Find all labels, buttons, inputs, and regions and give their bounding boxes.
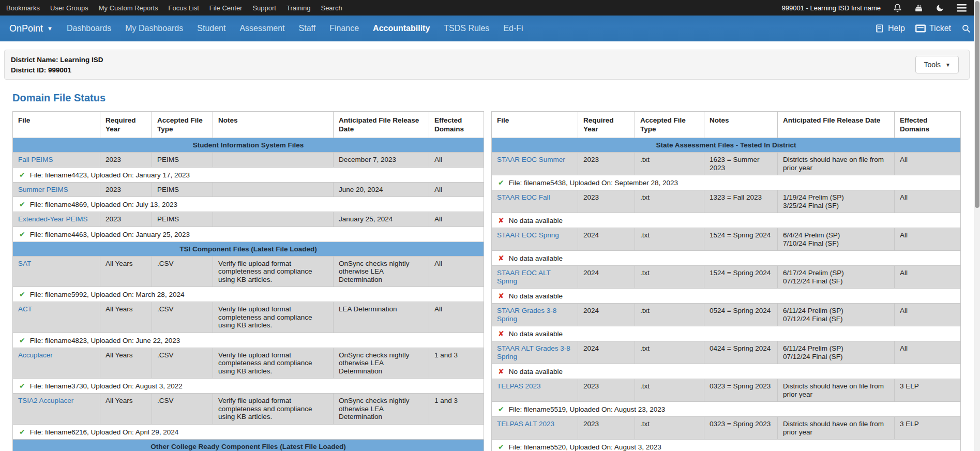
file-cell: TSIA2 Accuplacer (13, 394, 100, 425)
main-nav-bar: OnPoint ▼ DashboardsMy DashboardsStudent… (0, 16, 980, 41)
nav-item-assessment[interactable]: Assessment (239, 24, 284, 33)
nav-item-tsds-rules[interactable]: TSDS Rules (444, 24, 489, 33)
file-row: SATAll Years.CSVVerify file upload forma… (13, 256, 484, 287)
required-year-cell: All Years (100, 302, 152, 333)
release-date-cell: OnSync checks nightly otherwise LEA Dete… (334, 348, 429, 379)
required-year-cell: 2024 (578, 228, 635, 251)
status-cell: ✔File: filename4423, Uploaded On: Januar… (13, 167, 484, 182)
file-link[interactable]: STAAR EOC Summer (497, 156, 565, 163)
x-icon: ✘ (498, 292, 504, 300)
utility-menu-item-focus-list[interactable]: Focus List (169, 4, 199, 12)
section-header-label: Student Information System Files (13, 138, 484, 153)
file-link[interactable]: STAAR EOC ALT Spring (497, 269, 551, 285)
file-link[interactable]: STAAR Grades 3-8 Spring (497, 307, 556, 323)
domains-cell: All (429, 212, 484, 227)
ticket-button[interactable]: Ticket (915, 24, 951, 33)
notes-cell: 0323 = Spring 2023 (704, 417, 778, 440)
domains-cell: All (429, 302, 484, 333)
domains-cell: All (429, 182, 484, 197)
nav-item-finance[interactable]: Finance (329, 24, 359, 33)
notes-cell: Verify file upload format completeness a… (213, 348, 334, 379)
status-text: File: filename5520, Uploaded On: August … (509, 443, 661, 451)
utility-menu-item-user-groups[interactable]: User Groups (50, 4, 88, 12)
domains-cell: 3 ELP (895, 379, 961, 402)
table-header-row: FileRequired YearAccepted File TypeNotes… (492, 112, 961, 138)
utility-menu-item-support[interactable]: Support (252, 4, 276, 12)
file-type-cell: .CSV (152, 348, 213, 379)
column-header-anticipated-file-release-date: Anticipated File Release Date (778, 112, 895, 138)
search-icon[interactable] (961, 24, 971, 33)
file-link[interactable]: STAAR EOC Spring (497, 231, 559, 239)
status-text: File: filename5992, Uploaded On: March 2… (30, 291, 185, 298)
status-row: ✔File: filename4823, Uploaded On: June 2… (13, 333, 484, 348)
file-link[interactable]: Summer PEIMS (18, 186, 68, 193)
file-link[interactable]: STAAR EOC Fall (497, 193, 550, 201)
column-header-required-year: Required Year (578, 112, 635, 138)
file-link[interactable]: Fall PEIMS (18, 156, 53, 163)
file-row: STAAR EOC Fall2023.txt1323 = Fall 20231/… (492, 190, 961, 213)
file-type-cell: .txt (635, 190, 704, 213)
column-header-effected-domains: Effected Domains (895, 112, 961, 138)
section-header-row: Student Information System Files (13, 138, 484, 153)
column-header-effected-domains: Effected Domains (429, 112, 484, 138)
ticket-label: Ticket (929, 24, 951, 33)
file-link[interactable]: TSIA2 Accuplacer (18, 397, 73, 404)
file-link[interactable]: SAT (18, 260, 31, 267)
status-row: ✔File: filename6216, Uploaded On: April … (13, 424, 484, 439)
moon-icon[interactable] (936, 4, 944, 12)
domain-file-status-table-left: FileRequired YearAccepted File TypeNotes… (12, 111, 484, 451)
domains-cell: All (895, 304, 961, 326)
status-text: File: filename6216, Uploaded On: April 2… (30, 428, 178, 436)
nav-item-ed-fi[interactable]: Ed-Fi (503, 24, 523, 33)
brand-onpoint-dropdown[interactable]: OnPoint ▼ (9, 23, 53, 34)
required-year-cell: 2023 (100, 153, 152, 168)
status-cell: ✔File: filename5992, Uploaded On: March … (13, 287, 484, 302)
file-link[interactable]: ACT (18, 305, 32, 313)
column-header-accepted-file-type: Accepted File Type (635, 112, 704, 138)
status-row: ✔File: filename5438, Uploaded On: Septem… (492, 175, 961, 190)
status-cell: ✔File: filename5519, Uploaded On: August… (492, 402, 961, 417)
utility-menu-item-training[interactable]: Training (287, 4, 310, 12)
utility-menu: BookmarksUser GroupsMy Custom ReportsFoc… (6, 4, 342, 12)
utility-menu-item-my-custom-reports[interactable]: My Custom Reports (99, 4, 158, 12)
utility-menu-item-bookmarks[interactable]: Bookmarks (6, 4, 40, 12)
utility-menu-item-search[interactable]: Search (321, 4, 342, 12)
file-type-cell: .CSV (152, 394, 213, 425)
status-cell: ✔File: filename3730, Uploaded On: August… (13, 379, 484, 394)
utility-menu-item-file-center[interactable]: File Center (209, 4, 243, 12)
required-year-cell: 2023 (100, 182, 152, 197)
status-text: File: filename3730, Uploaded On: August … (30, 382, 183, 390)
status-row: ✘No data available (492, 364, 961, 379)
help-button[interactable]: Help (875, 24, 905, 33)
release-date-cell: Districts should have on file from prior… (778, 153, 895, 175)
nav-item-my-dashboards[interactable]: My Dashboards (125, 24, 183, 33)
tools-button[interactable]: Tools ▼ (915, 56, 959, 73)
file-link[interactable]: Extended-Year PEIMS (18, 215, 88, 223)
domains-cell: 1 and 3 (429, 394, 484, 425)
status-cell: ✘No data available (492, 289, 961, 304)
status-cell: ✘No data available (492, 251, 961, 266)
nav-item-staff[interactable]: Staff (299, 24, 316, 33)
file-link[interactable]: TELPAS ALT 2023 (497, 420, 554, 428)
required-year-cell: 2024 (578, 266, 635, 289)
menu-icon[interactable] (957, 4, 967, 12)
scrollbar-thumb[interactable] (975, 1, 979, 208)
file-type-cell: .txt (635, 228, 704, 251)
file-link[interactable]: TELPAS 2023 (497, 382, 541, 390)
nav-item-dashboards[interactable]: Dashboards (67, 24, 111, 33)
column-header-required-year: Required Year (100, 112, 152, 138)
status-row: ✔File: filename5520, Uploaded On: August… (492, 440, 961, 451)
bell-icon[interactable] (893, 4, 902, 12)
section-header-label: State Assessment Files - Tested In Distr… (492, 138, 961, 153)
nav-item-accountability[interactable]: Accountability (373, 24, 430, 33)
file-link[interactable]: STAAR ALT Grades 3-8 Spring (497, 344, 570, 360)
release-date-cell: June 20, 2024 (334, 182, 429, 197)
status-text: File: filename5438, Uploaded On: Septemb… (509, 179, 678, 187)
release-date-cell: OnSync checks nightly otherwise LEA Dete… (334, 256, 429, 287)
file-link[interactable]: Accuplacer (18, 351, 53, 359)
nav-item-student[interactable]: Student (197, 24, 225, 33)
cake-icon[interactable] (914, 4, 923, 12)
status-cell: ✔File: filename6216, Uploaded On: April … (13, 424, 484, 439)
notes-cell: Verify file upload format completeness a… (213, 394, 334, 425)
file-type-cell: .CSV (152, 256, 213, 287)
